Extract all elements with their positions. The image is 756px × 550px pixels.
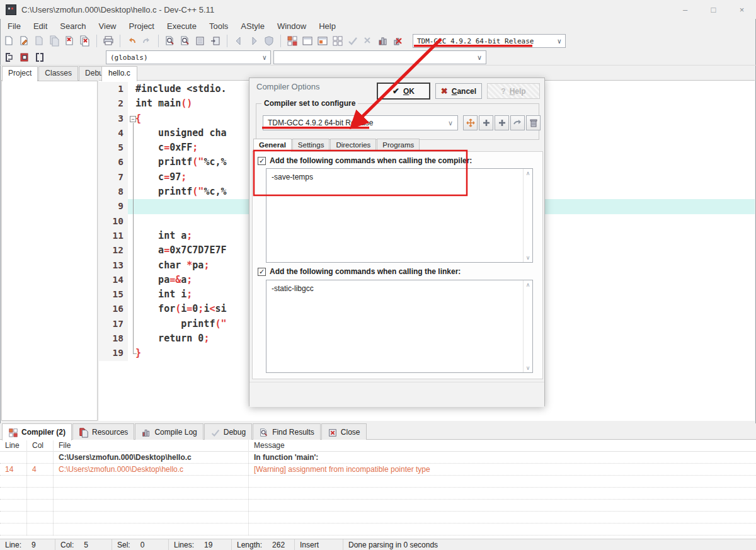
menu-astyle[interactable]: AStyle xyxy=(234,20,271,32)
bottom-tab-find-results[interactable]: Find Results xyxy=(253,423,321,440)
fold-toggle-icon[interactable]: − xyxy=(130,116,136,122)
tab-hello-c[interactable]: hello.c xyxy=(101,66,137,81)
question-icon: ? xyxy=(501,87,505,96)
cancel-button[interactable]: ✖Cancel xyxy=(435,83,482,99)
open-icon[interactable] xyxy=(17,34,32,49)
class-browser-icon[interactable] xyxy=(32,50,47,65)
table-cell xyxy=(54,476,249,488)
find-icon[interactable] xyxy=(163,34,178,49)
find-compiler-sets-button[interactable] xyxy=(463,115,478,130)
bottom-tab-resources[interactable]: Resources xyxy=(72,423,134,440)
menu-execute[interactable]: Execute xyxy=(161,20,203,32)
menu-tools[interactable]: Tools xyxy=(203,20,234,32)
save-icon[interactable] xyxy=(32,34,47,49)
clean-icon[interactable] xyxy=(360,34,375,49)
scrollbar[interactable]: ∧∨ xyxy=(523,280,532,372)
profile-icon[interactable] xyxy=(375,34,391,49)
open-project-icon[interactable] xyxy=(315,34,330,49)
close-button[interactable]: × xyxy=(728,0,756,19)
dialog-tab-general[interactable]: General xyxy=(253,139,292,152)
column-header[interactable]: Col xyxy=(27,440,54,452)
dialog-tab-settings[interactable]: Settings xyxy=(292,139,330,151)
menu-view[interactable]: View xyxy=(93,20,123,32)
toolbar-separator xyxy=(96,35,97,47)
line-number: 15 xyxy=(99,287,128,302)
dialog-tab-directories[interactable]: Directories xyxy=(330,139,376,151)
print-icon[interactable] xyxy=(101,34,116,49)
save-all-icon[interactable] xyxy=(47,34,62,49)
table-cell: C:\Users\zmofun.000\Desktop\hello.c xyxy=(54,464,249,476)
menu-edit[interactable]: Edit xyxy=(27,20,54,32)
new-window-icon[interactable] xyxy=(300,34,315,49)
column-header[interactable]: File xyxy=(54,440,249,452)
bottom-tab-close[interactable]: Close xyxy=(321,423,367,440)
project-options-icon[interactable] xyxy=(330,34,345,49)
linker-commands-checkbox[interactable]: ✓ xyxy=(258,268,266,276)
table-row[interactable]: C:\Users\zmofun.000\Desktop\hello.cIn fu… xyxy=(0,452,756,464)
remove-compiler-set-button[interactable] xyxy=(526,115,541,130)
profile-abort-icon[interactable] xyxy=(391,34,406,49)
dialog-tab-programs[interactable]: Programs xyxy=(377,139,420,151)
status-value: 262 xyxy=(272,541,285,549)
groupbox-label: Compiler set to configure xyxy=(261,99,358,108)
goto-implementation-icon[interactable] xyxy=(17,50,32,65)
table-cell xyxy=(54,512,249,524)
forward-icon[interactable] xyxy=(246,34,261,49)
bottom-tab-label: Close xyxy=(341,428,360,437)
compiler-commands-textarea[interactable]: -save-temps ∧∨ xyxy=(266,168,533,263)
minimize-button[interactable]: – xyxy=(671,0,699,19)
toolbar-group xyxy=(161,34,225,49)
swap-header-icon[interactable] xyxy=(208,34,223,49)
add-compiler-set-button[interactable] xyxy=(479,115,493,130)
goto-declaration-icon[interactable] xyxy=(2,50,17,65)
tab-classes[interactable]: Classes xyxy=(38,66,78,81)
close-file-icon[interactable] xyxy=(62,34,77,49)
goto-function-icon[interactable] xyxy=(193,34,208,49)
undo-icon[interactable] xyxy=(124,34,139,49)
new-file-icon[interactable] xyxy=(2,34,17,49)
replace-icon[interactable] xyxy=(178,34,193,49)
menu-file[interactable]: File xyxy=(1,20,27,32)
compiler-set-groupbox: Compiler set to configure TDM-GCC 4.9.2 … xyxy=(256,103,539,140)
window-controls: –□× xyxy=(671,0,756,19)
fold-margin xyxy=(128,82,135,96)
table-cell xyxy=(27,476,54,488)
scrollbar[interactable]: ∧∨ xyxy=(523,169,532,262)
syntax-check-icon[interactable] xyxy=(345,34,360,49)
menu-search[interactable]: Search xyxy=(54,20,92,32)
line-number: 13 xyxy=(99,258,128,273)
new-project-icon[interactable] xyxy=(285,34,300,49)
column-header[interactable]: Line xyxy=(0,440,27,452)
maximize-button[interactable]: □ xyxy=(699,0,728,19)
menu-help[interactable]: Help xyxy=(312,20,342,32)
line-number: 7 xyxy=(99,170,128,185)
bottom-tab-compiler-[interactable]: Compiler (2) xyxy=(2,423,72,440)
fold-margin xyxy=(128,155,135,169)
back-icon[interactable] xyxy=(231,34,246,49)
breakpoint-icon[interactable] xyxy=(261,34,277,49)
compiler-combo[interactable]: TDM-GCC 4.9.2 64-bit Release∨ xyxy=(413,34,566,48)
table-row[interactable]: 144C:\Users\zmofun.000\Desktop\hello.c[W… xyxy=(0,464,756,476)
column-header[interactable]: Message xyxy=(249,440,756,452)
rename-compiler-set-button[interactable] xyxy=(510,115,525,130)
table-cell xyxy=(249,500,756,512)
bottom-tab-compile-log[interactable]: Compile Log xyxy=(135,423,203,440)
ok-button[interactable]: ✔OK xyxy=(377,83,430,99)
table-cell xyxy=(54,500,249,512)
status-value: 9 xyxy=(32,541,36,549)
duplicate-compiler-set-button[interactable] xyxy=(495,115,509,130)
project-browser-panel[interactable] xyxy=(1,81,98,421)
tab-project[interactable]: Project xyxy=(2,66,38,81)
bottom-tab-debug[interactable]: Debug xyxy=(204,423,252,440)
redo-icon[interactable] xyxy=(139,34,154,49)
compiler-set-combo[interactable]: TDM-GCC 4.9.2 64-bit Release∨ xyxy=(263,115,458,130)
menu-project[interactable]: Project xyxy=(123,20,161,32)
menu-window[interactable]: Window xyxy=(271,20,312,32)
globals-combo[interactable]: (globals)∨ xyxy=(106,50,271,64)
linker-commands-textarea[interactable]: -static-libgcc ∧∨ xyxy=(266,280,533,373)
close-all-icon[interactable] xyxy=(77,34,93,49)
debug-check-icon xyxy=(210,427,220,437)
compiler-commands-checkbox[interactable]: ✓ xyxy=(258,157,266,165)
table-cell xyxy=(27,452,54,464)
members-combo[interactable]: ∨ xyxy=(273,50,486,64)
